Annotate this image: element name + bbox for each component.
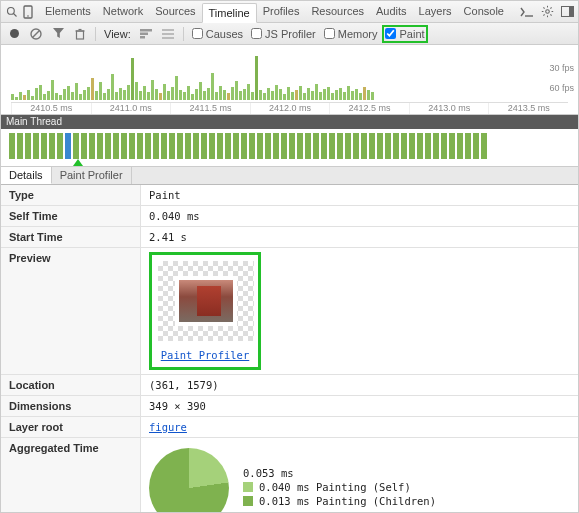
svg-rect-20 <box>77 31 84 39</box>
svg-line-13 <box>550 7 551 8</box>
memory-checkbox[interactable]: Memory <box>324 28 378 40</box>
device-icon[interactable] <box>21 5 35 19</box>
paint-checkbox[interactable]: Paint <box>385 28 424 40</box>
tab-sources[interactable]: Sources <box>149 2 201 22</box>
preview-thumbnail <box>158 261 254 341</box>
prop-layerroot-label: Layer root <box>1 417 141 437</box>
devtools-top-tabs: Elements Network Sources Timeline Profil… <box>1 1 578 23</box>
causes-checkbox[interactable]: Causes <box>192 28 243 40</box>
event-properties: TypePaint Self Time0.040 ms Start Time2.… <box>1 185 578 513</box>
main-thread-header: Main Thread <box>1 115 578 129</box>
svg-point-5 <box>545 10 549 14</box>
view-label: View: <box>104 28 131 40</box>
prop-selftime-label: Self Time <box>1 206 141 226</box>
tab-paint-profiler[interactable]: Paint Profiler <box>52 167 132 184</box>
tab-network[interactable]: Network <box>97 2 149 22</box>
svg-rect-28 <box>162 37 174 39</box>
aggregated-time-pie <box>149 448 229 513</box>
js-profiler-checkbox[interactable]: JS Profiler <box>251 28 316 40</box>
legend-swatch-children <box>243 496 253 506</box>
search-icon[interactable] <box>5 5 19 19</box>
svg-rect-25 <box>140 36 145 39</box>
tab-layers[interactable]: Layers <box>413 2 458 22</box>
gear-icon[interactable] <box>540 5 554 19</box>
svg-rect-26 <box>162 29 174 31</box>
prop-dimensions-label: Dimensions <box>1 396 141 416</box>
overview-x-axis: 2410.5 ms 2411.0 ms 2411.5 ms 2412.0 ms … <box>11 102 568 114</box>
detail-tabs: Details Paint Profiler <box>1 167 578 185</box>
record-icon[interactable] <box>7 27 21 41</box>
prop-aggtime-label: Aggregated Time <box>1 438 141 513</box>
svg-line-12 <box>543 14 544 15</box>
panel-tabs: Elements Network Sources Timeline Profil… <box>39 2 510 22</box>
svg-line-1 <box>14 13 17 16</box>
svg-line-11 <box>550 14 551 15</box>
prop-type-label: Type <box>1 185 141 205</box>
svg-marker-19 <box>53 28 64 38</box>
svg-rect-23 <box>140 29 152 32</box>
prop-starttime-value: 2.41 s <box>141 227 578 247</box>
tab-elements[interactable]: Elements <box>39 2 97 22</box>
prop-dimensions-value: 349 × 390 <box>141 396 578 416</box>
paint-profiler-link[interactable]: Paint Profiler <box>158 349 252 361</box>
prop-selftime-value: 0.040 ms <box>141 206 578 226</box>
tab-details[interactable]: Details <box>1 167 52 184</box>
svg-rect-27 <box>162 33 174 35</box>
tab-audits[interactable]: Audits <box>370 2 413 22</box>
view-tree-icon[interactable] <box>161 27 175 41</box>
view-flame-icon[interactable] <box>139 27 153 41</box>
svg-line-18 <box>33 30 40 37</box>
timeline-toolbar: View: Causes JS Profiler Memory Paint <box>1 23 578 45</box>
tab-resources[interactable]: Resources <box>305 2 370 22</box>
fps-30-label: 30 fps <box>549 63 574 73</box>
tab-profiles[interactable]: Profiles <box>257 2 306 22</box>
filter-icon[interactable] <box>51 27 65 41</box>
svg-point-0 <box>8 7 15 14</box>
tab-console[interactable]: Console <box>458 2 510 22</box>
paint-preview: Paint Profiler <box>149 252 261 370</box>
svg-point-3 <box>27 15 29 17</box>
layer-root-link[interactable]: figure <box>149 421 187 433</box>
svg-rect-15 <box>569 7 574 17</box>
svg-line-10 <box>543 7 544 8</box>
main-thread-track[interactable] <box>1 129 578 167</box>
gc-icon[interactable] <box>73 27 87 41</box>
legend-swatch-self <box>243 482 253 492</box>
clear-icon[interactable] <box>29 27 43 41</box>
timeline-overview[interactable]: 30 fps 60 fps 2410.5 ms 2411.0 ms 2411.5… <box>1 45 578 115</box>
selection-arrow-icon <box>73 159 83 166</box>
overview-bars <box>11 54 550 100</box>
prop-starttime-label: Start Time <box>1 227 141 247</box>
fps-60-label: 60 fps <box>549 83 574 93</box>
prop-location-label: Location <box>1 375 141 395</box>
agg-total: 0.053 ms <box>243 467 436 479</box>
prop-type-value: Paint <box>141 185 578 205</box>
prop-location-value: (361, 1579) <box>141 375 578 395</box>
tab-timeline[interactable]: Timeline <box>202 3 257 23</box>
dock-icon[interactable] <box>560 5 574 19</box>
aggregated-time-legend: 0.053 ms 0.040 ms Painting (Self) 0.013 … <box>243 467 436 509</box>
console-toggle-icon[interactable] <box>520 5 534 19</box>
svg-point-16 <box>10 29 19 38</box>
prop-preview-label: Preview <box>1 248 141 374</box>
svg-rect-24 <box>140 32 148 35</box>
